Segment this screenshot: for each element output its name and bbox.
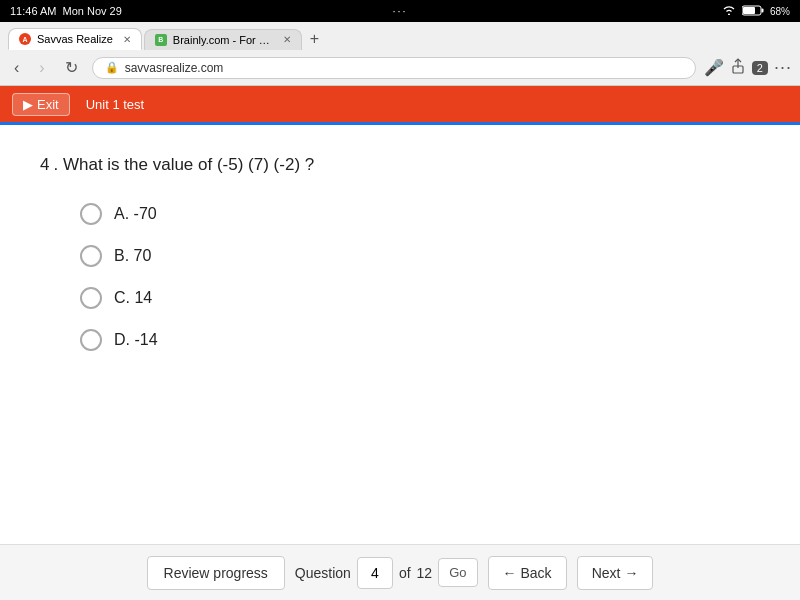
- forward-nav-button[interactable]: ›: [33, 57, 50, 79]
- exit-label: Exit: [37, 97, 59, 112]
- time: 11:46 AM: [10, 5, 56, 17]
- mic-button[interactable]: 🎤: [704, 58, 724, 77]
- option-b-text: B. 70: [114, 247, 151, 265]
- next-label: Next: [592, 565, 621, 581]
- question-text: 4. What is the value of (-5) (7) (-2) ?: [40, 155, 760, 175]
- question-body: What is the value of (-5) (7) (-2) ?: [63, 155, 314, 174]
- total-questions: 12: [417, 565, 433, 581]
- option-c[interactable]: C. 14: [80, 287, 760, 309]
- next-button[interactable]: Next →: [577, 556, 654, 590]
- exit-arrow-icon: ▶: [23, 97, 33, 112]
- radio-b[interactable]: [80, 245, 102, 267]
- question-number: 4: [40, 155, 49, 174]
- question-nav: Question of 12 Go: [295, 557, 478, 589]
- wifi-icon: [722, 5, 736, 17]
- browser-actions: 🎤 2 ···: [704, 57, 792, 78]
- date: Mon Nov 29: [62, 5, 121, 17]
- main-content: 4. What is the value of (-5) (7) (-2) ? …: [0, 125, 800, 540]
- bottom-bar: Review progress Question of 12 Go ← Back…: [0, 544, 800, 600]
- question-number-input[interactable]: [357, 557, 393, 589]
- back-label: Back: [521, 565, 552, 581]
- status-bar: 11:46 AM Mon Nov 29 ··· 68%: [0, 0, 800, 22]
- back-nav-button[interactable]: ‹: [8, 57, 25, 79]
- radio-d[interactable]: [80, 329, 102, 351]
- address-bar[interactable]: 🔒 savvasrealize.com: [92, 57, 696, 79]
- question-dot: .: [53, 155, 62, 174]
- tab-savvas-close[interactable]: ✕: [123, 34, 131, 45]
- option-d-text: D. -14: [114, 331, 158, 349]
- savvas-favicon: A: [19, 33, 31, 45]
- status-dots: ···: [392, 5, 407, 17]
- radio-a[interactable]: [80, 203, 102, 225]
- unit-label: Unit 1 test: [86, 97, 145, 112]
- back-button[interactable]: ← Back: [488, 556, 567, 590]
- svg-rect-2: [761, 8, 763, 12]
- option-a-text: A. -70: [114, 205, 157, 223]
- back-arrow-icon: ←: [503, 565, 517, 581]
- address-text: savvasrealize.com: [125, 61, 683, 75]
- tab-brainly[interactable]: B Brainly.com - For studen... ✕: [144, 29, 302, 50]
- more-options-button[interactable]: ···: [774, 57, 792, 78]
- status-left: 11:46 AM Mon Nov 29: [10, 5, 122, 17]
- next-arrow-icon: →: [624, 565, 638, 581]
- tab-savvas[interactable]: A Savvas Realize ✕: [8, 28, 142, 50]
- tab-savvas-label: Savvas Realize: [37, 33, 113, 45]
- option-c-text: C. 14: [114, 289, 152, 307]
- browser-chrome: A Savvas Realize ✕ B Brainly.com - For s…: [0, 22, 800, 86]
- of-label: of: [399, 565, 411, 581]
- status-right: 68%: [722, 5, 790, 18]
- option-d[interactable]: D. -14: [80, 329, 760, 351]
- share-button[interactable]: [730, 58, 746, 78]
- answer-options: A. -70 B. 70 C. 14 D. -14: [40, 203, 760, 351]
- go-button[interactable]: Go: [438, 558, 477, 587]
- review-progress-button[interactable]: Review progress: [147, 556, 285, 590]
- lock-icon: 🔒: [105, 61, 119, 74]
- radio-c[interactable]: [80, 287, 102, 309]
- battery-icon: [742, 5, 764, 18]
- svg-rect-1: [743, 7, 755, 14]
- option-b[interactable]: B. 70: [80, 245, 760, 267]
- tab-brainly-label: Brainly.com - For studen...: [173, 34, 273, 46]
- tab-brainly-close[interactable]: ✕: [283, 34, 291, 45]
- tab-bar: A Savvas Realize ✕ B Brainly.com - For s…: [8, 28, 792, 50]
- exit-button[interactable]: ▶ Exit: [12, 93, 70, 116]
- refresh-button[interactable]: ↻: [59, 56, 84, 79]
- nav-bar: ‹ › ↻ 🔒 savvasrealize.com 🎤 2 ···: [8, 56, 792, 79]
- app-header: ▶ Exit Unit 1 test: [0, 86, 800, 122]
- question-nav-label: Question: [295, 565, 351, 581]
- tabs-count-button[interactable]: 2: [752, 61, 768, 75]
- brainly-favicon: B: [155, 34, 167, 46]
- battery-percent: 68%: [770, 6, 790, 17]
- new-tab-button[interactable]: +: [304, 28, 325, 50]
- option-a[interactable]: A. -70: [80, 203, 760, 225]
